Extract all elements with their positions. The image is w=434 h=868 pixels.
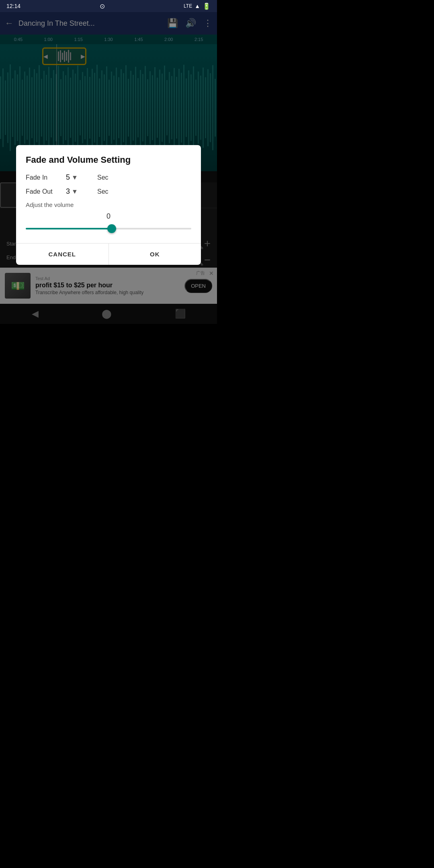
fade-in-arrow[interactable]: ▼ xyxy=(72,174,78,181)
fade-out-label: Fade Out xyxy=(26,188,62,195)
ok-button[interactable]: OK xyxy=(109,244,201,265)
lte-label: LTE xyxy=(184,3,192,9)
slider-fill xyxy=(26,228,112,229)
fade-in-row: Fade In 5 ▼ Sec xyxy=(26,173,191,182)
fade-volume-dialog: Fade and Volume Setting Fade In 5 ▼ Sec … xyxy=(16,145,201,265)
fade-in-value: 5 xyxy=(66,173,70,182)
signal-icon: ▲ xyxy=(194,3,200,9)
slider-track xyxy=(26,228,191,229)
status-time: 12:14 xyxy=(6,3,20,9)
dialog-buttons: CANCEL OK xyxy=(16,243,201,265)
volume-value: 0 xyxy=(26,212,191,221)
fade-in-unit: Sec xyxy=(97,174,108,181)
battery-icon: 🔋 xyxy=(203,2,211,10)
fade-out-row: Fade Out 3 ▼ Sec xyxy=(26,187,191,196)
fade-out-dropdown[interactable]: 3 ▼ xyxy=(62,187,94,196)
fade-out-unit: Sec xyxy=(97,188,108,195)
volume-label: Adjust the volume xyxy=(26,201,191,208)
android-icon: ⊙ xyxy=(100,2,105,10)
dialog-overlay: Fade and Volume Setting Fade In 5 ▼ Sec … xyxy=(0,0,217,434)
dialog-title: Fade and Volume Setting xyxy=(26,155,191,165)
status-bar: 12:14 ⊙ LTE ▲ 🔋 xyxy=(0,0,217,12)
fade-out-arrow[interactable]: ▼ xyxy=(72,188,78,195)
fade-out-value: 3 xyxy=(66,187,70,196)
status-icons: LTE ▲ 🔋 xyxy=(184,2,211,10)
fade-in-dropdown[interactable]: 5 ▼ xyxy=(62,173,94,182)
volume-slider-container[interactable] xyxy=(26,222,191,235)
fade-in-label: Fade In xyxy=(26,174,62,181)
cancel-button[interactable]: CANCEL xyxy=(16,244,109,265)
slider-thumb[interactable] xyxy=(107,224,116,233)
